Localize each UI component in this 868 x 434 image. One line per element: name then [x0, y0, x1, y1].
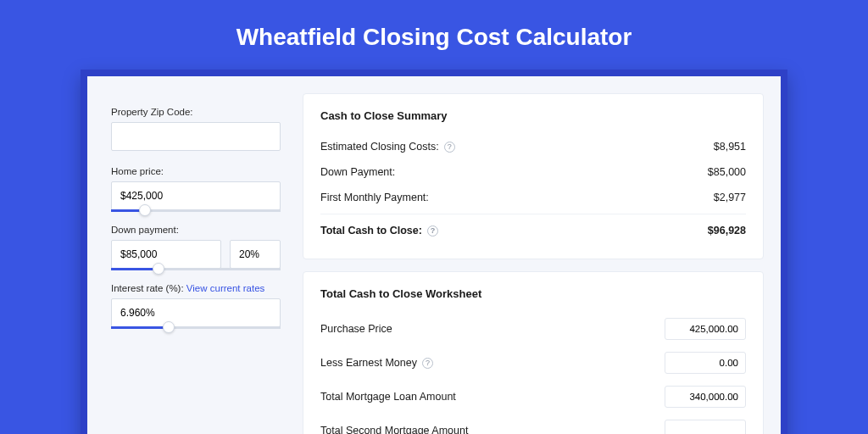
down-payment-slider-fill [111, 268, 159, 270]
summary-total-label: Total Cash to Close: [320, 225, 422, 236]
worksheet-label: Less Earnest Money [320, 357, 417, 369]
worksheet-label: Total Mortgage Loan Amount [320, 391, 456, 403]
rate-label: Interest rate (%): View current rates [111, 283, 281, 293]
worksheet-input[interactable] [665, 318, 746, 340]
worksheet-label: Purchase Price [320, 323, 392, 335]
worksheet-title: Total Cash to Close Worksheet [320, 287, 746, 300]
summary-row-total: Total Cash to Close: ? $96,928 [320, 214, 746, 243]
rate-slider[interactable] [111, 326, 281, 329]
summary-label: Down Payment: [320, 166, 395, 178]
page-title: Wheatfield Closing Cost Calculator [0, 0, 868, 70]
worksheet-input[interactable] [665, 352, 746, 374]
inputs-column: Property Zip Code: Home price: Down paym… [87, 76, 291, 434]
worksheet-label: Total Second Mortgage Amount [320, 425, 468, 434]
help-icon[interactable]: ? [427, 225, 438, 236]
down-payment-group: Down payment: [111, 225, 281, 268]
rate-input[interactable] [111, 298, 281, 327]
worksheet-row-mortgage-amount: Total Mortgage Loan Amount [320, 380, 746, 414]
home-price-input[interactable] [111, 181, 281, 210]
panel-outer: Property Zip Code: Home price: Down paym… [81, 70, 787, 434]
summary-row-estimated-costs: Estimated Closing Costs: ? $8,951 [320, 134, 746, 159]
rate-label-text: Interest rate (%): [111, 283, 184, 293]
panel-inner: Property Zip Code: Home price: Down paym… [87, 76, 781, 434]
home-price-label: Home price: [111, 166, 281, 176]
worksheet-input[interactable] [665, 386, 746, 408]
zip-label: Property Zip Code: [111, 107, 281, 117]
down-payment-label: Down payment: [111, 225, 281, 235]
worksheet-row-purchase-price: Purchase Price [320, 312, 746, 346]
summary-value: $2,977 [714, 192, 746, 203]
view-rates-link[interactable]: View current rates [186, 283, 264, 293]
summary-total-value: $96,928 [708, 225, 746, 236]
summary-row-down-payment: Down Payment: $85,000 [320, 159, 746, 185]
help-icon[interactable]: ? [444, 142, 455, 153]
zip-input[interactable] [111, 122, 281, 151]
worksheet-row-earnest-money: Less Earnest Money ? [320, 346, 746, 380]
home-price-slider-thumb[interactable] [139, 204, 151, 216]
down-payment-input[interactable] [111, 240, 221, 269]
results-column: Cash to Close Summary Estimated Closing … [303, 76, 781, 434]
down-payment-pct-input[interactable] [230, 240, 281, 269]
home-price-group: Home price: [111, 166, 281, 209]
summary-row-first-payment: First Monthly Payment: $2,977 [320, 185, 746, 210]
rate-slider-fill [111, 326, 169, 329]
worksheet-card: Total Cash to Close Worksheet Purchase P… [303, 271, 764, 434]
summary-label: Estimated Closing Costs: [320, 141, 439, 153]
rate-group: Interest rate (%): View current rates [111, 283, 281, 326]
rate-slider-thumb[interactable] [163, 321, 175, 333]
worksheet-input[interactable] [665, 420, 746, 434]
summary-value: $8,951 [714, 141, 746, 153]
summary-value: $85,000 [708, 166, 746, 178]
home-price-slider[interactable] [111, 209, 281, 212]
down-payment-slider[interactable] [111, 268, 281, 270]
down-payment-slider-thumb[interactable] [153, 263, 164, 275]
help-icon[interactable]: ? [422, 358, 433, 369]
worksheet-row-second-mortgage: Total Second Mortgage Amount [320, 414, 746, 434]
zip-group: Property Zip Code: [111, 107, 281, 151]
summary-card: Cash to Close Summary Estimated Closing … [303, 93, 764, 259]
summary-title: Cash to Close Summary [320, 109, 746, 122]
summary-label: First Monthly Payment: [320, 192, 429, 203]
